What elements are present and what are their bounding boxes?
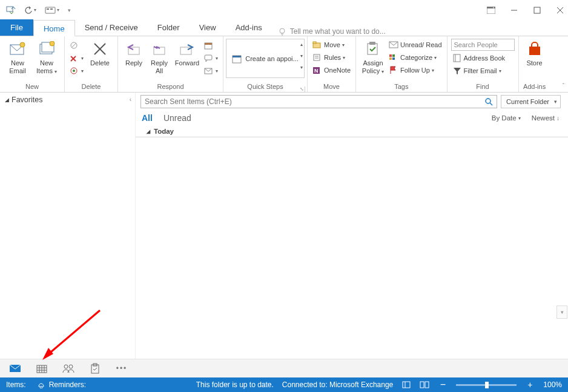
zoom-level[interactable]: 100% [543,381,562,389]
rules-button[interactable]: Rules ▾ [311,52,352,63]
qat-undo-icon[interactable]: ▾ [24,6,36,15]
lightbulb-icon [278,27,286,36]
collapse-ribbon-icon[interactable]: ˆ [563,83,564,90]
tell-me-search[interactable]: Tell me what you want to do... [278,27,386,36]
svg-rect-37 [314,54,320,60]
ignore-button[interactable] [68,40,85,51]
scroll-down-icon[interactable]: ▾ [556,305,567,319]
zoom-in-icon[interactable]: + [525,380,535,390]
tab-send-receive[interactable]: Send / Receive [75,19,148,36]
svg-rect-45 [389,54,392,57]
categorize-button[interactable]: Categorize ▾ [388,52,443,63]
qat-touch-icon[interactable]: ▾ [45,6,59,15]
minimize-icon[interactable] [510,6,518,15]
svg-rect-2 [47,8,49,10]
categorize-icon [389,53,398,62]
qs-down-icon[interactable]: ▾ [300,53,303,59]
nav-calendar-icon[interactable] [35,362,48,375]
nav-mail-icon[interactable] [8,362,22,375]
quickstep-create-appointment[interactable]: Create an appoi... ▴ ▾ ▾ [226,39,305,78]
search-scope-dropdown[interactable]: Current Folder [501,95,561,108]
search-people-input[interactable]: Search People [451,39,515,51]
junk-button[interactable]: ▾ [68,65,85,76]
ribbon-display-options-icon[interactable] [487,6,495,15]
assign-policy-button[interactable]: Assign Policy ▾ [360,38,386,76]
svg-point-23 [73,70,75,72]
svg-rect-64 [403,382,410,388]
sort-by-date[interactable]: By Date ▾ [492,114,521,122]
qs-up-icon[interactable]: ▴ [300,42,303,47]
zoom-out-icon[interactable]: − [438,380,447,390]
quicksteps-launcher-icon[interactable]: ⤡ [299,87,305,93]
nav-people-icon[interactable] [62,362,75,375]
view-normal-icon[interactable] [401,380,411,390]
nav-switch-bar: ••• [0,359,568,377]
delete-button[interactable]: Delete [86,38,114,67]
im-button[interactable]: ▾ [203,53,219,64]
group-header-today[interactable]: ◢ Today [136,126,568,137]
more-respond-icon [204,66,214,76]
svg-line-19 [71,43,76,48]
zoom-slider[interactable] [456,384,517,386]
filter-all[interactable]: All [142,113,153,123]
rules-icon [312,53,322,62]
group-label-find: Find [451,82,515,92]
meeting-button[interactable] [203,40,219,51]
tab-home[interactable]: Home [33,20,75,36]
new-items-icon [38,39,55,59]
move-icon [312,40,322,50]
reply-button[interactable]: Reply [122,38,146,67]
calendar-icon [232,54,242,64]
nav-more-icon[interactable]: ••• [115,362,128,375]
qs-more-icon[interactable]: ▾ [300,65,303,70]
qat-send-receive-icon[interactable] [6,5,16,15]
tab-addins[interactable]: Add-ins [226,19,272,36]
favorites-header[interactable]: ◢ Favorites [0,93,135,107]
close-icon[interactable] [556,6,564,15]
reply-all-icon [151,39,167,59]
group-label-addins: Add-ins [523,82,547,92]
store-button[interactable]: Store [523,38,547,67]
reply-icon [126,39,142,59]
svg-point-14 [20,42,25,47]
unread-read-button[interactable]: Unread/ Read [388,39,443,50]
new-email-button[interactable]: New Email [4,38,31,75]
forward-button[interactable]: Forward [173,38,202,67]
tab-view[interactable]: View [190,19,226,36]
junk-icon [70,66,79,76]
tab-file[interactable]: File [0,19,33,36]
group-delete: ▾ ▾ Delete Delete [65,36,118,92]
filter-icon [452,66,462,76]
followup-button[interactable]: Follow Up ▾ [388,65,443,76]
onenote-button[interactable]: NOneNote [311,65,352,76]
status-reminders[interactable]: Reminders: [37,381,86,389]
bell-icon [37,381,45,388]
maximize-icon[interactable] [533,6,541,15]
sort-newest[interactable]: Newest ↓ [532,114,560,122]
view-reading-icon[interactable] [420,380,429,390]
qat-customize-icon[interactable]: ▾ [68,7,71,13]
svg-rect-36 [313,42,316,44]
svg-rect-7 [534,7,540,13]
message-list-pane: Search Sent Items (Ctrl+E) Current Folde… [136,93,568,359]
search-icon[interactable] [484,97,493,106]
title-bar: ▾ ▾ ▾ [0,0,568,20]
new-items-button[interactable]: New Items ▾ [33,38,61,76]
group-label-new: New [4,82,61,92]
svg-line-52 [490,103,492,105]
search-input[interactable]: Search Sent Items (Ctrl+E) [140,95,497,108]
reply-all-button[interactable]: Reply All [147,38,171,75]
cleanup-button[interactable]: ▾ [68,53,85,64]
filter-unread[interactable]: Unread [163,113,191,123]
main-content: ◢ Favorites ‹ Search Sent Items (Ctrl+E)… [0,93,568,359]
nav-tasks-icon[interactable] [88,362,102,375]
move-button[interactable]: Move ▾ [311,39,352,50]
meeting-icon [204,41,214,50]
tab-folder[interactable]: Folder [148,19,190,36]
collapse-nav-icon[interactable]: ‹ [130,96,131,103]
filter-email-button[interactable]: Filter Email ▾ [451,65,515,76]
address-book-button[interactable]: Address Book [451,53,515,64]
group-label-delete: Delete [68,82,114,92]
more-respond-button[interactable]: ▾ [203,65,219,76]
group-respond: Reply Reply All Forward ▾ ▾ Respond [118,36,223,92]
